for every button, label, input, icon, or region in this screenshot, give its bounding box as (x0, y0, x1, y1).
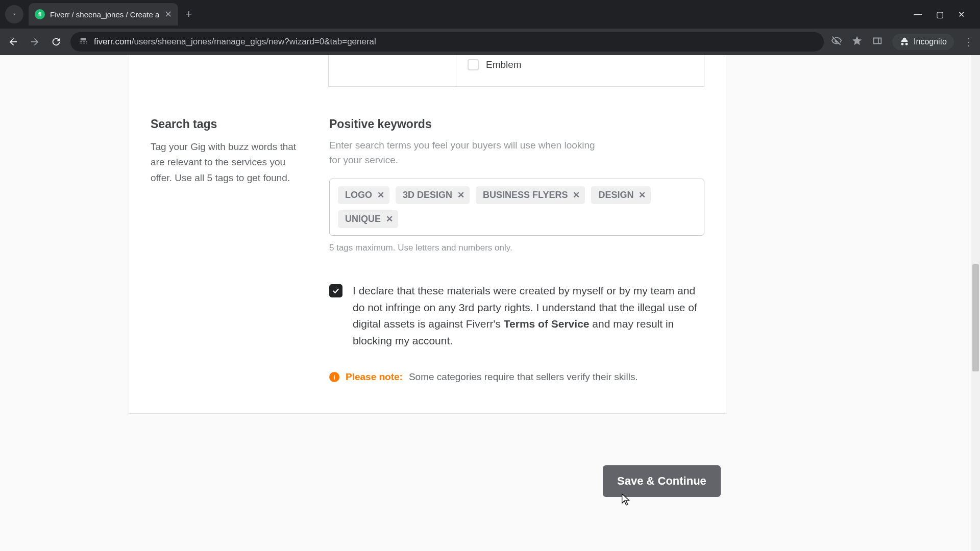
site-info-icon[interactable] (79, 36, 88, 47)
terms-of-service-link[interactable]: Terms of Service (504, 318, 590, 330)
tag-label: DESIGN (598, 190, 633, 201)
positive-keywords-title: Positive keywords (329, 117, 704, 131)
incognito-indicator[interactable]: Incognito (892, 34, 954, 50)
form-card: Emblem Search tags Tag your Gig with buz… (129, 55, 726, 414)
tag-chip: DESIGN ✕ (591, 186, 651, 204)
logo-style-fragment: Emblem (129, 55, 726, 87)
tag-chip: UNIQUE ✕ (338, 210, 398, 228)
bookmark-star-icon[interactable] (851, 35, 863, 48)
emblem-option[interactable]: Emblem (468, 59, 693, 70)
browser-toolbar: fiverr.com/users/sheena_jones/manage_gig… (0, 29, 980, 55)
tab-search-dropdown[interactable] (5, 5, 23, 23)
tags-input[interactable]: LOGO ✕ 3D DESIGN ✕ BUSINESS FLYERS ✕ DES… (329, 179, 704, 236)
positive-keywords-description: Enter search terms you feel your buyers … (329, 138, 600, 167)
new-tab-button[interactable]: + (185, 8, 192, 21)
window-controls: — ▢ ✕ (914, 10, 975, 19)
tag-chip: LOGO ✕ (338, 186, 389, 204)
save-continue-button[interactable]: Save & Continue (603, 465, 721, 497)
browser-menu-button[interactable]: ⋮ (963, 36, 974, 48)
incognito-label: Incognito (914, 37, 947, 46)
note-label: Please note: (346, 371, 403, 383)
info-icon: i (329, 372, 339, 382)
browser-tab-strip: fi Fiverr / sheena_jones / Create a ✕ + … (0, 0, 980, 29)
address-bar[interactable]: fiverr.com/users/sheena_jones/manage_gig… (70, 32, 824, 52)
back-button[interactable] (6, 35, 20, 49)
close-window-button[interactable]: ✕ (958, 10, 965, 19)
tag-remove-icon[interactable]: ✕ (573, 190, 580, 201)
tag-label: 3D DESIGN (403, 190, 452, 201)
reload-button[interactable] (49, 35, 63, 49)
tag-label: UNIQUE (345, 214, 381, 224)
search-tags-title: Search tags (151, 117, 299, 131)
url-text: fiverr.com/users/sheena_jones/manage_gig… (94, 37, 376, 47)
tags-hint: 5 tags maximum. Use letters and numbers … (329, 243, 704, 253)
emblem-checkbox[interactable] (468, 59, 479, 70)
note-row: i Please note: Some categories require t… (129, 371, 726, 383)
forward-button[interactable] (28, 35, 42, 49)
side-panel-icon[interactable] (872, 35, 883, 48)
category-box-left (328, 55, 456, 87)
page-content: Emblem Search tags Tag your Gig with buz… (0, 55, 980, 551)
category-box-right: Emblem (456, 55, 704, 87)
tab-close-icon[interactable]: ✕ (164, 9, 172, 20)
tag-remove-icon[interactable]: ✕ (639, 190, 646, 201)
maximize-button[interactable]: ▢ (936, 10, 944, 19)
browser-tab[interactable]: fi Fiverr / sheena_jones / Create a ✕ (29, 3, 178, 26)
incognito-icon (899, 37, 910, 47)
note-text: Some categories require that sellers ver… (409, 371, 638, 383)
search-tags-description: Tag your Gig with buzz words that are re… (151, 139, 299, 186)
tag-chip: BUSINESS FLYERS ✕ (476, 186, 585, 204)
tab-title: Fiverr / sheena_jones / Create a (50, 10, 159, 19)
tag-chip: 3D DESIGN ✕ (396, 186, 470, 204)
search-tags-section: Search tags Tag your Gig with buzz words… (129, 117, 726, 253)
declaration-row: I declare that these materials were crea… (129, 283, 726, 349)
declaration-text: I declare that these materials were crea… (353, 283, 704, 349)
scrollbar-thumb[interactable] (972, 264, 979, 371)
tag-remove-icon[interactable]: ✕ (377, 190, 384, 201)
tag-label: BUSINESS FLYERS (483, 190, 568, 201)
visibility-off-icon[interactable] (831, 35, 842, 48)
minimize-button[interactable]: — (914, 10, 922, 19)
tag-remove-icon[interactable]: ✕ (386, 214, 393, 224)
tag-remove-icon[interactable]: ✕ (457, 190, 464, 201)
emblem-label: Emblem (486, 59, 522, 70)
vertical-scrollbar[interactable] (971, 55, 980, 551)
declaration-checkbox[interactable] (329, 284, 342, 297)
tag-label: LOGO (345, 190, 372, 201)
favicon-icon: fi (35, 9, 45, 19)
